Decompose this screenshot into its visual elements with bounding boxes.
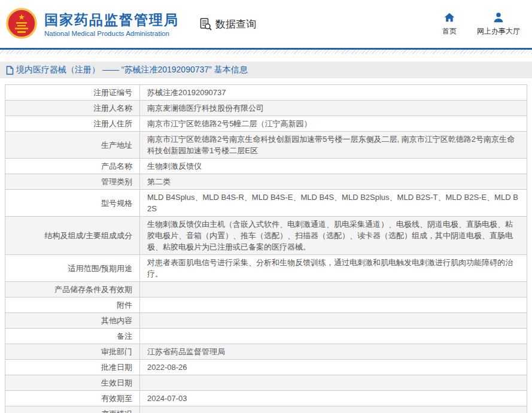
row-value: 对患者表面肌电信号进行采集、分析和生物反馈训练，通过电刺激和肌电触发电刺激进行肌…	[140, 255, 527, 282]
info-table-body: 注册证编号苏械注准20192090737注册人名称南京麦澜德医疗科技股份有限公司…	[5, 85, 527, 413]
data-query-label: 数据查询	[215, 17, 256, 31]
home-icon	[443, 12, 455, 25]
table-row: 管理类别第二类	[5, 174, 527, 190]
table-row: 产品名称生物刺激反馈仪	[5, 159, 527, 174]
table-row: 审批部门江苏省药品监督管理局	[5, 344, 527, 360]
svg-text:★: ★	[18, 13, 25, 22]
table-row: 其他内容	[5, 313, 527, 329]
row-label: 审批部门	[5, 344, 140, 360]
row-value	[140, 282, 527, 297]
row-label: 结构及组成/主要组成成分	[5, 217, 140, 255]
table-row: 备注	[5, 329, 527, 344]
row-label: 管理类别	[5, 174, 140, 190]
row-label: 注册证编号	[5, 85, 140, 101]
nav-home[interactable]: 首页	[442, 12, 457, 37]
breadcrumb-text: 境内医疗器械（注册） —— “苏械注准20192090737” 基本信息	[16, 65, 248, 75]
table-row: 生产地址南京市江宁区乾德路2号南京生命科技创新园加速带5号楼一层东侧及二层, 南…	[5, 132, 527, 159]
row-value: 南京市江宁区乾德路2号5幢二层（江宁高新园）	[140, 116, 527, 132]
table-row: 注册证编号苏械注准20192090737	[5, 85, 527, 101]
table-row: 有效期至2024-07-03	[5, 391, 527, 406]
row-label: 适用范围/预期用途	[5, 255, 140, 282]
data-query-entry[interactable]: 数据查询	[198, 17, 256, 31]
row-label: 其他内容	[5, 313, 140, 329]
user-icon	[493, 12, 504, 25]
org-name-en: National Medical Products Administration	[44, 30, 179, 37]
row-value: 江苏省药品监督管理局	[140, 344, 527, 360]
table-row: 变更情况	[5, 406, 527, 413]
row-label: 注册人名称	[5, 101, 140, 116]
row-label: 变更情况	[5, 406, 140, 413]
table-row: 批准日期2022-08-26	[5, 360, 527, 375]
row-value: 2022-08-26	[140, 360, 527, 375]
row-value	[140, 375, 527, 391]
row-label: 生效日期	[5, 375, 140, 391]
row-value: 第二类	[140, 174, 527, 190]
row-value: 生物刺激反馈仪	[140, 159, 527, 174]
row-value	[140, 329, 527, 344]
document-icon	[6, 66, 14, 75]
table-row: 型号规格MLD B4Splus、MLD B4S-R、MLD B4S-E、MLD …	[5, 190, 527, 217]
row-value: 南京麦澜德医疗科技股份有限公司	[140, 101, 527, 116]
decorative-hatch-band	[0, 50, 532, 54]
table-row: 结构及组成/主要组成成分生物刺激反馈仪由主机（含嵌入式软件、电刺激通道、肌电采集…	[5, 217, 527, 255]
row-value: 生物刺激反馈仪由主机（含嵌入式软件、电刺激通道、肌电采集通道）、电极线、阴道电极…	[140, 217, 527, 255]
table-row: 适用范围/预期用途对患者表面肌电信号进行采集、分析和生物反馈训练，通过电刺激和肌…	[5, 255, 527, 282]
table-row: 产品储存条件及有效期	[5, 282, 527, 297]
table-row: 附件	[5, 297, 527, 313]
nav-home-label: 首页	[442, 26, 457, 37]
table-row: 注册人住所南京市江宁区乾德路2号5幢二层（江宁高新园）	[5, 116, 527, 132]
row-label: 备注	[5, 329, 140, 344]
nav-online-hall[interactable]: 网上办事大厅	[477, 12, 520, 37]
row-value: 南京市江宁区乾德路2号南京生命科技创新园加速带5号楼一层东侧及二层, 南京市江宁…	[140, 132, 527, 159]
row-label: 型号规格	[5, 190, 140, 217]
row-label: 附件	[5, 297, 140, 313]
national-emblem-logo: ★	[5, 7, 38, 41]
org-name-cn: 国家药品监督管理局	[44, 11, 179, 28]
row-value: MLD B4Splus、MLD B4S-R、MLD B4S-E、MLD B4S、…	[140, 190, 527, 217]
row-label: 产品名称	[5, 159, 140, 174]
row-label: 注册人住所	[5, 116, 140, 132]
row-label: 批准日期	[5, 360, 140, 375]
breadcrumb: 境内医疗器械（注册） —— “苏械注准20192090737” 基本信息	[0, 62, 532, 78]
row-label: 产品储存条件及有效期	[5, 282, 140, 297]
table-row: 生效日期	[5, 375, 527, 391]
row-value	[140, 297, 527, 313]
row-label: 生产地址	[5, 132, 140, 159]
registration-info-table: 注册证编号苏械注准20192090737注册人名称南京麦澜德医疗科技股份有限公司…	[5, 84, 527, 413]
row-value: 苏械注准20192090737	[140, 85, 527, 101]
row-value	[140, 406, 527, 413]
header-nav: 首页 网上办事大厅	[442, 12, 520, 37]
table-row: 注册人名称南京麦澜德医疗科技股份有限公司	[5, 101, 527, 116]
data-query-icon	[198, 17, 212, 31]
row-value: 2024-07-03	[140, 391, 527, 406]
site-header: ★ 国家药品监督管理局 National Medical Products Ad…	[0, 0, 532, 48]
row-label: 有效期至	[5, 391, 140, 406]
row-value	[140, 313, 527, 329]
org-title-block: 国家药品监督管理局 National Medical Products Admi…	[44, 11, 179, 37]
nav-online-hall-label: 网上办事大厅	[477, 26, 520, 37]
